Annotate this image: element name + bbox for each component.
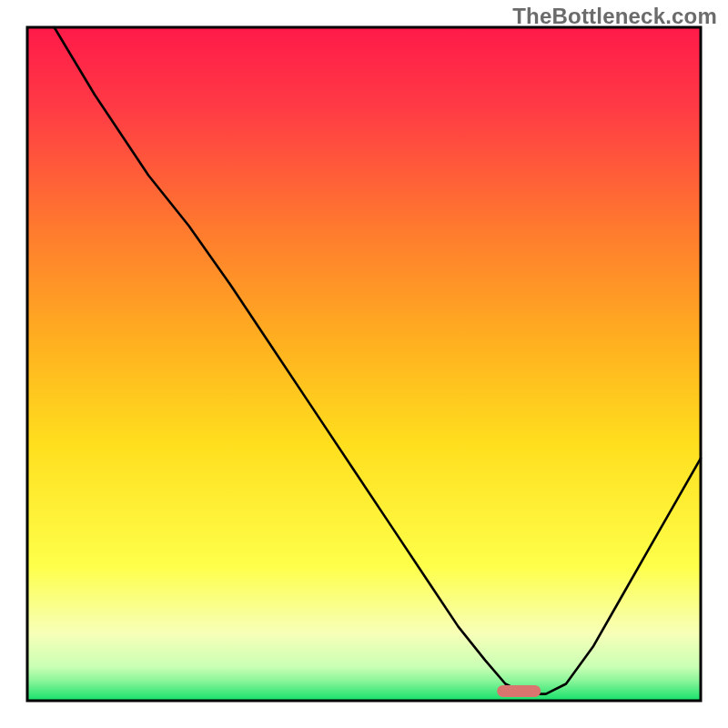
bottleneck-chart	[0, 0, 728, 728]
chart-container: TheBottleneck.com	[0, 0, 728, 728]
watermark-text: TheBottleneck.com	[512, 4, 717, 29]
svg-rect-0	[27, 27, 701, 701]
svg-rect-2	[497, 685, 541, 697]
